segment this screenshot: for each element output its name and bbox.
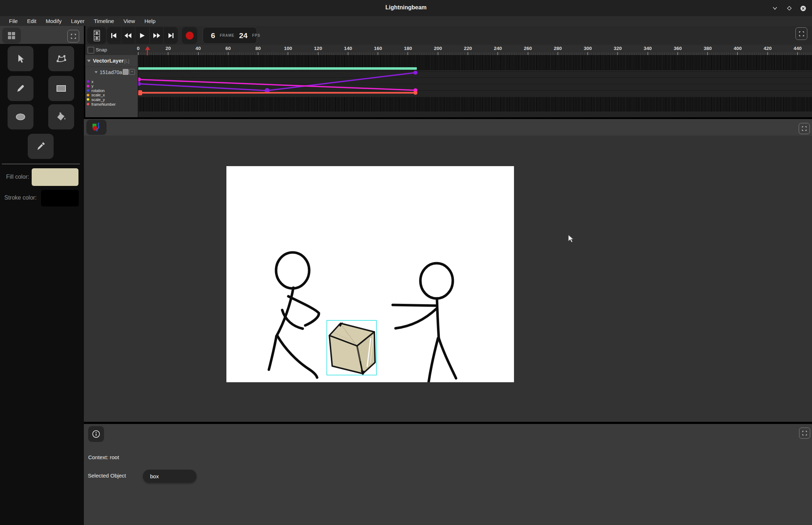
scene-artwork	[226, 166, 514, 382]
rewind-icon	[124, 33, 132, 38]
property-row-rotation[interactable]: rotation	[85, 88, 105, 93]
property-color-dot	[87, 85, 89, 87]
keyframe-marker	[138, 78, 141, 82]
timeline-frames-row-lower[interactable]	[138, 97, 812, 111]
skip-to-end-icon	[168, 33, 174, 38]
ruler-label: 380	[704, 46, 712, 51]
stroke-color-swatch[interactable]	[41, 190, 79, 206]
property-row-x[interactable]: x	[85, 79, 94, 84]
layer-row-vectorlayer[interactable]: VectorLayer [L]	[85, 55, 138, 67]
layer-visibility-toggle[interactable]	[123, 69, 128, 75]
tool-ellipse-button[interactable]	[8, 104, 33, 129]
menu-item-view[interactable]: View	[119, 18, 140, 24]
path-icon	[55, 54, 67, 64]
minimize-icon[interactable]	[771, 4, 779, 12]
play-button[interactable]	[135, 27, 150, 44]
maximize-icon[interactable]	[785, 4, 793, 12]
stick-figure-left	[269, 252, 319, 378]
property-row-scale_y[interactable]: scale_y	[85, 97, 105, 102]
tool-pencil-button[interactable]	[8, 76, 33, 101]
property-label: rotation	[91, 88, 105, 93]
ruler-tick	[288, 52, 288, 55]
ruler-label: 280	[554, 46, 562, 51]
record-icon	[186, 32, 194, 40]
timeline-ruler[interactable]: 0204060801001201401601802002202402602803…	[85, 45, 812, 55]
ruler-label: 320	[614, 46, 622, 51]
drawing-canvas[interactable]	[226, 166, 514, 382]
tool-path-button[interactable]	[48, 46, 74, 71]
skip-to-start-button[interactable]	[107, 27, 121, 44]
ruler-label: 160	[374, 46, 382, 51]
property-row-y[interactable]: y	[85, 84, 94, 88]
fast-forward-button[interactable]	[150, 27, 164, 44]
shapes-mode-button[interactable]	[86, 120, 107, 135]
menu-item-edit[interactable]: Edit	[22, 18, 41, 24]
fill-color-swatch[interactable]	[32, 168, 78, 186]
panel-grid-button[interactable]	[2, 28, 21, 44]
select-cursor-icon	[15, 54, 26, 64]
property-row-frameNumber[interactable]: frameNumber	[85, 102, 116, 106]
layer-tween-toggle[interactable]: ~	[129, 69, 135, 75]
skip-to-start-icon	[110, 33, 117, 38]
ruler-label: 140	[344, 46, 352, 51]
keyframe-marker	[138, 82, 141, 86]
tool-rectangle-button[interactable]	[48, 76, 74, 101]
record-button[interactable]	[182, 27, 197, 44]
timeline-expand-button[interactable]	[795, 27, 807, 40]
rectangle-icon	[56, 84, 67, 93]
ruler-tick	[348, 52, 348, 55]
fullscreen-icon	[799, 31, 804, 36]
canvas-header	[84, 119, 812, 136]
ruler-tick	[587, 52, 588, 55]
fullscreen-icon	[802, 126, 807, 131]
ruler-tick	[468, 52, 468, 55]
property-color-dot	[87, 98, 89, 101]
canvas-expand-button[interactable]	[799, 123, 810, 134]
film-button[interactable]	[87, 27, 106, 44]
tool-eyedropper-button[interactable]	[28, 134, 54, 159]
menu-item-help[interactable]: Help	[140, 18, 160, 24]
property-row-scale_x[interactable]: scale_x	[85, 93, 105, 97]
collapse-arrow-icon[interactable]	[95, 71, 98, 73]
snap-checkbox[interactable]	[87, 47, 94, 54]
ruler-tick	[318, 52, 319, 55]
menu-item-modify[interactable]: Modify	[41, 18, 66, 24]
menu-item-file[interactable]: File	[4, 18, 22, 24]
film-strip-icon	[93, 29, 101, 42]
ruler-label: 200	[434, 46, 442, 51]
menu-item-layer[interactable]: Layer	[66, 18, 89, 24]
skip-to-end-button[interactable]	[164, 27, 178, 44]
keyframe-marker	[138, 90, 142, 95]
tween-span-bar[interactable]	[138, 67, 417, 70]
tool-paint-bucket-button[interactable]	[48, 104, 74, 129]
menu-item-timeline[interactable]: Timeline	[89, 18, 119, 24]
ruler-tick	[737, 52, 738, 55]
info-panel-expand-button[interactable]	[799, 428, 810, 439]
sidebar-expand-button[interactable]	[67, 30, 79, 42]
rewind-button[interactable]	[121, 27, 136, 44]
ruler-tick	[558, 52, 558, 55]
collapse-arrow-icon[interactable]	[87, 60, 91, 62]
frame-value: 6	[211, 31, 215, 40]
selected-object-field[interactable]: box	[143, 470, 197, 483]
ruler-tick	[378, 52, 378, 55]
tool-select-button[interactable]	[8, 46, 33, 71]
ellipse-icon	[15, 113, 26, 121]
curve-y	[139, 79, 415, 90]
ruler-tick	[228, 52, 229, 55]
frame-fps-display: 6 FRAME 24 FPS	[203, 27, 257, 44]
ruler-tick	[168, 52, 168, 55]
info-icon	[92, 430, 100, 438]
mouse-cursor	[568, 234, 576, 244]
timeline-frames-row-vectorlayer[interactable]	[138, 55, 812, 67]
info-button[interactable]	[88, 426, 104, 442]
property-color-dot	[87, 103, 89, 105]
ruler-tick	[198, 52, 199, 55]
ruler-label: 0	[137, 46, 140, 51]
playhead-marker[interactable]	[145, 46, 150, 50]
ruler-label: 100	[284, 46, 292, 51]
ruler-minor-ticks	[138, 52, 812, 55]
ruler-label: 440	[794, 46, 802, 51]
close-icon[interactable]	[799, 4, 807, 12]
ruler-label: 20	[166, 46, 171, 51]
